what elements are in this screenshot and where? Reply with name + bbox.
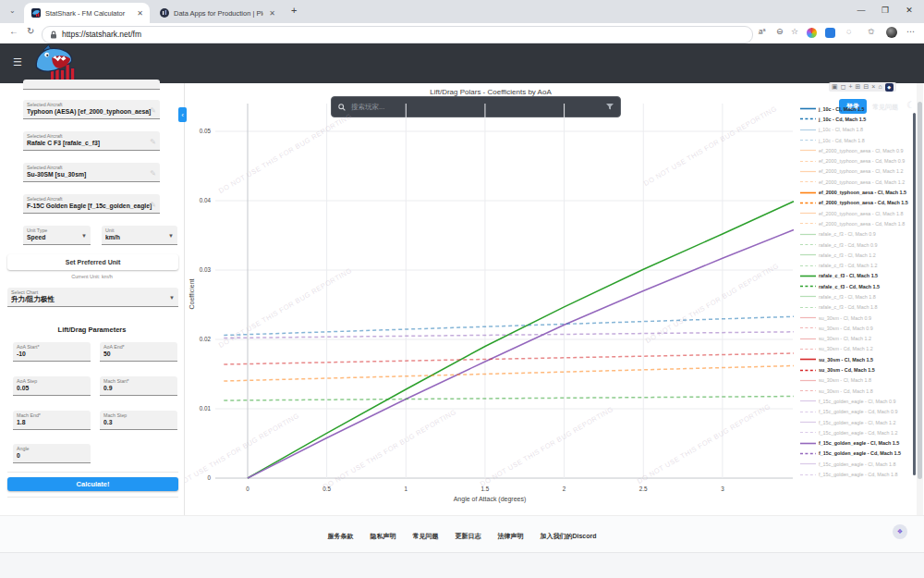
footer-link-terms[interactable]: 服务条款 [327, 532, 353, 541]
collections-icon[interactable]: ✩ [868, 27, 875, 36]
lift-drag-chart[interactable]: 00.010.020.030.040.0500.511.522.53DO NOT… [185, 83, 796, 518]
legend-item[interactable]: ef_2000_typhoon_aesa - Cd, Mach 0.9 [800, 155, 913, 166]
mach-step-field[interactable]: Mach Step 0.3 [100, 411, 177, 430]
legend-item[interactable]: f_15c_golden_eagle - Cl, Mach 1.5 [800, 438, 913, 449]
edit-pencil-icon[interactable]: ✎ [150, 201, 156, 209]
legend-item[interactable]: j_10c - Cd, Mach 1.5 [800, 114, 913, 124]
legend-item[interactable]: rafale_c_f3 - Cl, Mach 1.2 [800, 250, 913, 260]
aoa-start-field[interactable]: AoA Start* -10 [13, 342, 91, 362]
chat-widget-button[interactable]: ❖ [893, 524, 907, 539]
unit-type-select[interactable]: Unit Type Speed ▼ [23, 226, 91, 245]
legend-item[interactable]: ef_2000_typhoon_aesa - Cl, Mach 1.5 [800, 187, 913, 197]
footer-link-discord[interactable]: 加入我们的Discord [540, 532, 596, 541]
footer-link-changelog[interactable]: 更新日志 [455, 532, 480, 541]
url-field[interactable]: https://statshark.net/fm [42, 26, 753, 43]
legend-item[interactable]: ef_2000_typhoon_aesa - Cl, Mach 1.8 [800, 208, 913, 218]
angle-field[interactable]: Angle 0 [13, 444, 91, 463]
mach-end-field[interactable]: Mach End* 1.8 [13, 411, 91, 430]
edit-pencil-icon[interactable]: ✎ [150, 169, 156, 178]
zoom-out-icon[interactable]: ⊟ [863, 82, 869, 92]
legend-item[interactable]: f_15c_golden_eagle - Cl, Mach 1.8 [800, 459, 913, 469]
mach-start-field[interactable]: Mach Start* 0.9 [100, 376, 177, 396]
legend-item[interactable]: ef_2000_typhoon_aesa - Cd, Mach 1.8 [800, 218, 913, 228]
legend-scrollbar[interactable] [913, 113, 916, 475]
camera-icon[interactable]: ▣ [832, 82, 838, 92]
footer-link-privacy[interactable]: 隐私声明 [370, 532, 395, 541]
legend-item[interactable]: su_30sm - Cd, Mach 1.5 [800, 364, 913, 375]
reset-axes-icon[interactable]: ⌂ [878, 82, 881, 92]
legend-item[interactable]: rafale_c_f3 - Cd, Mach 1.5 [800, 281, 913, 291]
legend-item[interactable]: ef_2000_typhoon_aesa - Cl, Mach 0.9 [800, 145, 913, 155]
hamburger-menu-icon[interactable]: ☰ [13, 56, 22, 68]
legend-item[interactable]: f_15c_golden_eagle - Cd, Mach 1.2 [800, 427, 913, 437]
tab-close-icon[interactable]: ✕ [269, 9, 275, 18]
svg-text:2.5: 2.5 [639, 486, 648, 492]
legend-item[interactable]: su_30sm - Cd, Mach 0.9 [800, 323, 913, 333]
aircraft-field-1[interactable]: Selected Aircraft Typhoon (AESA) [ef_200… [23, 100, 160, 119]
favorite-star-icon[interactable]: ☆ [791, 27, 798, 36]
legend-item[interactable]: f_15c_golden_eagle - Cd, Mach 0.9 [800, 407, 913, 417]
footer-link-faq[interactable]: 常见问题 [412, 532, 438, 541]
more-menu-icon[interactable]: ⋯ [906, 27, 915, 36]
unit-select[interactable]: Unit km/h ▼ [102, 226, 177, 245]
autoscale-icon[interactable]: × [871, 82, 875, 92]
tab-plotly[interactable]: Data Apps for Production | Plotly ✕ [152, 3, 282, 23]
tab-close-icon[interactable]: ✕ [137, 9, 143, 18]
aircraft-field-3[interactable]: Selected Aircraft Su-30SM [su_30sm] ✎ [23, 163, 160, 182]
aircraft-field-2[interactable]: Selected Aircraft Rafale C F3 [rafale_c_… [23, 131, 160, 151]
select-chart-dropdown[interactable]: Select Chart 升力/阻力极性 ▼ [7, 288, 178, 307]
y-axis-label: Coefficient [188, 278, 195, 309]
zoom-icon[interactable]: ◻ [841, 82, 846, 92]
legend-item[interactable]: rafale_c_f3 - Cl, Mach 1.8 [800, 291, 913, 301]
legend-item[interactable]: j_10c - Cl, Mach 1.8 [800, 125, 913, 135]
legend-item[interactable]: rafale_c_f3 - Cd, Mach 1.8 [800, 302, 913, 313]
set-preferred-unit-button[interactable]: Set Preferred Unit [7, 254, 178, 270]
extension-ring-icon[interactable]: ◌ [846, 27, 851, 36]
legend-item[interactable]: su_30sm - Cl, Mach 1.8 [800, 375, 913, 386]
edit-pencil-icon[interactable]: ✎ [150, 106, 156, 115]
legend-item[interactable]: su_30sm - Cd, Mach 1.8 [800, 386, 913, 396]
footer-link-legal[interactable]: 法律声明 [497, 532, 523, 541]
tab-search-chevron-icon[interactable]: ⌄ [9, 6, 16, 15]
legend-item[interactable]: ef_2000_typhoon_aesa - Cd, Mach 1.5 [800, 198, 913, 208]
window-close-button[interactable]: ✕ [898, 6, 920, 15]
plotly-logo-icon[interactable]: ◆ [885, 83, 894, 92]
window-minimize-button[interactable]: — [850, 6, 872, 15]
legend-item[interactable]: su_30sm - Cl, Mach 1.2 [800, 334, 913, 344]
translate-icon[interactable]: a̲ᵃ [759, 27, 765, 35]
pan-icon[interactable]: + [848, 82, 852, 92]
aoa-end-field[interactable]: AoA End* 50 [100, 342, 177, 362]
zoom-page-icon[interactable]: ⊖ [776, 27, 784, 36]
legend-item[interactable]: f_15c_golden_eagle - Cd, Mach 1.8 [800, 469, 913, 479]
zoom-in-icon[interactable]: ⊞ [856, 82, 861, 92]
new-tab-button[interactable]: + [291, 5, 297, 16]
reload-icon[interactable]: ↻ [27, 26, 34, 36]
legend-item[interactable]: f_15c_golden_eagle - Cl, Mach 1.2 [800, 417, 913, 427]
legend-item[interactable]: su_30sm - Cl, Mach 0.9 [800, 313, 913, 323]
extension-a-icon[interactable] [807, 28, 817, 38]
legend-item[interactable]: rafale_c_f3 - Cl, Mach 0.9 [800, 229, 913, 240]
legend-item[interactable]: ef_2000_typhoon_aesa - Cl, Mach 1.2 [800, 166, 913, 177]
legend-item[interactable]: ef_2000_typhoon_aesa - Cd, Mach 1.2 [800, 177, 913, 187]
extension-cat-icon[interactable] [825, 28, 835, 38]
legend-item[interactable]: su_30sm - Cd, Mach 1.2 [800, 344, 913, 354]
window-restore-button[interactable]: ❐ [874, 6, 896, 15]
aircraft-field-4[interactable]: Selected Aircraft F-15C Golden Eagle [f_… [23, 194, 160, 214]
legend-item[interactable]: su_30sm - Cl, Mach 1.5 [800, 354, 913, 364]
back-icon[interactable]: ← [9, 26, 18, 36]
legend-item[interactable]: j_10c - Cl, Mach 1.5 [800, 104, 913, 114]
legend-item[interactable]: j_10c - Cd, Mach 1.8 [800, 135, 913, 145]
statshark-logo[interactable] [31, 44, 78, 83]
tab-statshark[interactable]: StatShark - FM Calculator ✕ [24, 3, 150, 23]
aoa-step-field[interactable]: AoA Step 0.05 [13, 376, 91, 396]
aircraft-field-partial[interactable] [23, 80, 160, 90]
legend-item[interactable]: rafale_c_f3 - Cd, Mach 0.9 [800, 240, 913, 250]
edit-pencil-icon[interactable]: ✎ [150, 138, 156, 146]
profile-avatar[interactable] [886, 27, 897, 38]
legend-item[interactable]: f_15c_golden_eagle - Cl, Mach 0.9 [800, 396, 913, 406]
calculate-button[interactable]: Calculate! [7, 477, 178, 491]
legend-item[interactable]: f_15c_golden_eagle - Cd, Mach 1.5 [800, 449, 913, 459]
legend-item[interactable]: rafale_c_f3 - Cd, Mach 1.2 [800, 260, 913, 270]
legend-item[interactable]: rafale_c_f3 - Cl, Mach 1.5 [800, 271, 913, 281]
page-scrollbar-thumb[interactable] [918, 102, 922, 479]
